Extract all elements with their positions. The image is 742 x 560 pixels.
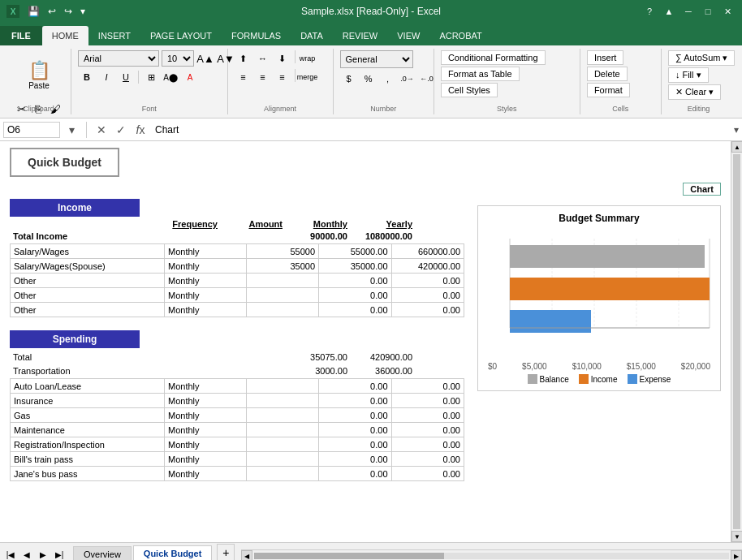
font-color-button[interactable]: A: [181, 69, 199, 85]
percent-button[interactable]: %: [360, 71, 377, 87]
transport-row-5-yearly: 0.00: [391, 452, 464, 467]
clear-button[interactable]: ✕ Clear ▾: [668, 84, 721, 100]
tab-first-button[interactable]: |◀: [3, 547, 18, 560]
vertical-scrollbar[interactable]: ▲ ▼: [731, 141, 742, 542]
income-row-1-yearly: 420000.00: [391, 259, 464, 274]
tab-formulas[interactable]: FORMULAS: [222, 26, 291, 45]
undo-button[interactable]: ↩: [45, 4, 59, 19]
income-row-0-monthly: 55000.00: [319, 244, 391, 259]
paste-button[interactable]: 📋 Paste: [23, 50, 56, 99]
increase-font-button[interactable]: A▲: [196, 50, 214, 67]
align-top-button[interactable]: ⬆: [235, 50, 252, 67]
income-row-0-freq: Monthly: [165, 244, 247, 259]
formula-bar: O6 ▾ ✕ ✓ fx ▾: [0, 118, 742, 141]
table-row: Auto Loan/Lease Monthly 0.00 0.00: [11, 379, 464, 394]
tab-acrobat[interactable]: ACROBAT: [429, 26, 491, 45]
number-format-select[interactable]: General: [340, 50, 413, 68]
sheet-tab-overview[interactable]: Overview: [73, 546, 132, 560]
transport-row-6-monthly: 0.00: [319, 467, 391, 481]
align-center-button[interactable]: ≡: [254, 69, 272, 85]
balance-bar: [510, 245, 705, 268]
tab-last-button[interactable]: ▶|: [52, 547, 67, 560]
tab-next-button[interactable]: ▶: [36, 547, 50, 560]
italic-button[interactable]: I: [97, 69, 115, 85]
scroll-right-button[interactable]: ▶: [731, 550, 742, 560]
clipboard-label: Clipboard: [6, 105, 71, 113]
chart-container: Budget Summary: [477, 205, 721, 391]
minimize-button[interactable]: ─: [680, 3, 697, 19]
window-controls: ? ▲ ─ □ ✕: [641, 3, 736, 19]
tab-review[interactable]: REVIEW: [333, 26, 387, 45]
horizontal-scrollbar[interactable]: ◀ ▶: [241, 549, 742, 560]
table-row: Insurance Monthly 0.00 0.00: [11, 394, 464, 408]
cancel-formula-button[interactable]: ✕: [93, 122, 110, 138]
fill-button[interactable]: ↓ Fill ▾: [668, 67, 709, 83]
formula-input[interactable]: [152, 124, 731, 136]
comma-button[interactable]: ,: [379, 71, 397, 87]
format-as-table-button[interactable]: Format as Table: [441, 67, 520, 81]
formula-dropdown-button[interactable]: ▾: [63, 122, 80, 138]
confirm-formula-button[interactable]: ✓: [113, 122, 129, 138]
transportation-label: Transportation: [10, 364, 148, 377]
align-right-button[interactable]: ≡: [274, 69, 291, 85]
maximize-button[interactable]: □: [700, 3, 716, 19]
save-button[interactable]: 💾: [24, 4, 43, 19]
sheet-tab-quick-budget[interactable]: Quick Budget: [133, 545, 213, 560]
fill-color-button[interactable]: A⬤: [162, 69, 179, 85]
cell-styles-button[interactable]: Cell Styles: [441, 83, 498, 97]
align-middle-button[interactable]: ↔: [254, 50, 272, 67]
border-button[interactable]: ⊞: [142, 69, 160, 85]
autosum-button[interactable]: ∑ AutoSum ▾: [668, 50, 736, 66]
align-left-button[interactable]: ≡: [235, 69, 252, 85]
ribbon-group-cells: Insert Delete Format Cells: [580, 49, 662, 114]
font-size-select[interactable]: 10: [162, 50, 194, 67]
transport-row-5-label: Bill's train pass: [11, 452, 165, 467]
transport-row-1-yearly: 0.00: [391, 394, 464, 408]
scroll-down-button[interactable]: ▼: [731, 531, 742, 542]
help-button[interactable]: ?: [641, 3, 658, 19]
tab-page-layout[interactable]: PAGE LAYOUT: [140, 26, 222, 45]
tab-prev-button[interactable]: ◀: [19, 547, 34, 560]
cell-reference-input[interactable]: O6: [3, 122, 60, 138]
transport-row-3-amount: [246, 423, 318, 437]
transport-row-0-yearly: 0.00: [391, 379, 464, 394]
tab-file[interactable]: FILE: [0, 26, 42, 45]
customize-qa-button[interactable]: ▾: [77, 4, 88, 19]
transport-row-4-monthly: 0.00: [319, 437, 391, 452]
h-scroll-thumb[interactable]: [254, 553, 444, 559]
transport-row-5-freq: Monthly: [165, 452, 247, 467]
close-button[interactable]: ✕: [719, 3, 736, 19]
delete-cells-button[interactable]: Delete: [587, 67, 628, 81]
scroll-up-button[interactable]: ▲: [731, 141, 742, 153]
font-name-select[interactable]: Arial: [78, 50, 159, 67]
tab-home[interactable]: HOME: [42, 26, 88, 45]
tab-data[interactable]: DATA: [291, 26, 333, 45]
transport-row-6-yearly: 0.00: [391, 467, 464, 481]
scroll-thumb[interactable]: [733, 154, 740, 529]
formula-expand-button[interactable]: ▾: [734, 124, 739, 136]
transport-row-6-freq: Monthly: [165, 467, 247, 481]
transport-row-5-amount: [246, 452, 318, 467]
scroll-left-button[interactable]: ◀: [241, 550, 252, 560]
align-bottom-button[interactable]: ⬇: [274, 50, 291, 67]
h-scroll-track[interactable]: [254, 553, 729, 559]
increase-decimal-button[interactable]: .0→: [399, 71, 416, 87]
wrap-text-button[interactable]: wrap: [299, 50, 317, 67]
underline-button[interactable]: U: [117, 69, 135, 85]
add-sheet-button[interactable]: +: [217, 544, 235, 560]
insert-cells-button[interactable]: Insert: [587, 50, 624, 65]
table-row: Salary/Wages(Spouse) Monthly 35000 35000…: [11, 259, 464, 274]
decrease-decimal-button[interactable]: ←.0: [418, 71, 436, 87]
merge-button[interactable]: merge: [299, 69, 317, 85]
redo-button[interactable]: ↪: [61, 4, 75, 19]
tab-insert[interactable]: INSERT: [88, 26, 140, 45]
currency-button[interactable]: $: [340, 71, 358, 87]
ribbon-group-clipboard: 📋 Paste ✂ ⎘ 🖌 Clipboard: [6, 49, 71, 114]
conditional-formatting-button[interactable]: Conditional Formatting: [441, 50, 546, 65]
legend-expense-label: Expense: [640, 375, 671, 384]
insert-function-button[interactable]: fx: [132, 122, 149, 138]
bold-button[interactable]: B: [78, 69, 96, 85]
format-cells-button[interactable]: Format: [587, 83, 630, 97]
ribbon-toggle[interactable]: ▲: [661, 3, 677, 19]
tab-view[interactable]: VIEW: [387, 26, 429, 45]
